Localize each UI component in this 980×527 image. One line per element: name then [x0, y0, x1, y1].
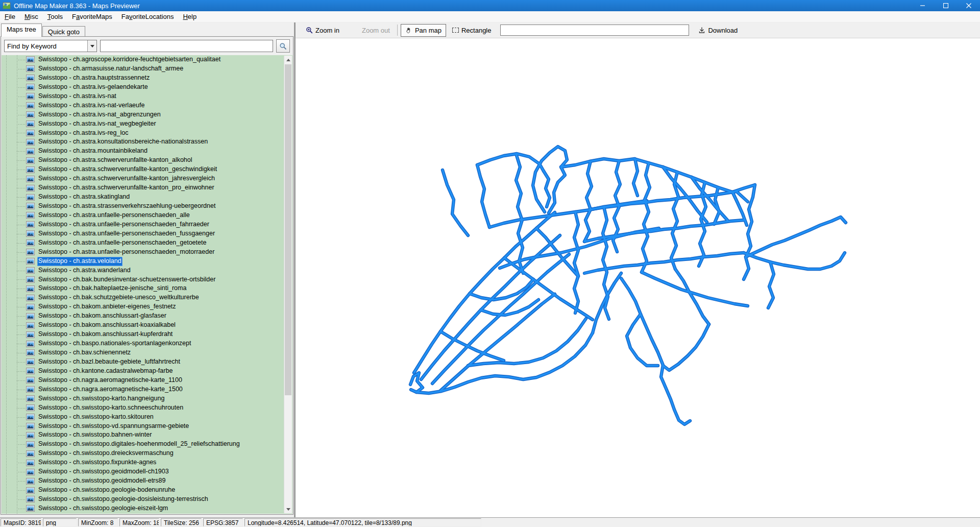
- menu-item[interactable]: Tools: [43, 12, 67, 22]
- cycle-route: [414, 212, 555, 373]
- tree-item[interactable]: Swisstopo - ch.swisstopo-vd.spannungsarm…: [2, 422, 292, 431]
- tree-item[interactable]: Swisstopo - ch.swisstopo-karto.hangneigu…: [2, 394, 292, 403]
- menu-item[interactable]: FavoriteMaps: [67, 12, 117, 22]
- tree-item[interactable]: Swisstopo - ch.swisstopo.bahnen-winter: [2, 430, 292, 440]
- tree-item[interactable]: Swisstopo - ch.astra.hauptstrassennetz: [2, 74, 292, 83]
- route-network-map[interactable]: [296, 38, 980, 517]
- tree-item-label: Swisstopo - ch.bakom.anschlussart-kupfer…: [37, 330, 174, 339]
- close-button[interactable]: [957, 0, 980, 11]
- search-mode-combo[interactable]: Find by Keyword: [4, 40, 97, 52]
- tree-item-label: Swisstopo - ch.swisstopo.geoidmodell-etr…: [37, 476, 166, 486]
- map-layer-icon: [26, 267, 35, 274]
- tree-item[interactable]: Swisstopo - ch.astra.konsultationsbereic…: [2, 137, 292, 147]
- tree-item[interactable]: Swisstopo - ch.astra.ivs-reg_loc: [2, 129, 292, 138]
- tree-item[interactable]: Swisstopo - ch.nagra.aeromagnetische-kar…: [2, 385, 292, 394]
- tab-maps-tree[interactable]: Maps tree: [1, 23, 42, 37]
- tree-item[interactable]: Swisstopo - ch.astra.schwerverunfallte-k…: [2, 183, 292, 193]
- tree-item[interactable]: Swisstopo - ch.astra.ivs-gelaendekarte: [2, 83, 292, 92]
- search-button[interactable]: [276, 39, 290, 53]
- toolbar-separator: [397, 25, 398, 36]
- cycle-route: [663, 324, 709, 370]
- tree-item[interactable]: Swisstopo - ch.bak.halteplaetze-jenische…: [2, 284, 292, 293]
- map-layer-icon: [26, 239, 35, 246]
- tree-item[interactable]: Swisstopo - ch.swisstopo.geoidmodell-ch1…: [2, 467, 292, 476]
- tree-item[interactable]: Swisstopo - ch.astra.unfaelle-personensc…: [2, 229, 292, 238]
- combo-dropdown-button[interactable]: [87, 40, 96, 52]
- tree-item[interactable]: Swisstopo - ch.armasuisse.natur-landscha…: [2, 64, 292, 74]
- tree-item[interactable]: Swisstopo - ch.astra.wanderland: [2, 266, 292, 275]
- menu-item[interactable]: File: [0, 12, 20, 22]
- tree-item[interactable]: Swisstopo - ch.bazl.bebaute-gebiete_luft…: [2, 357, 292, 367]
- tree-rows: Swisstopo - ch.agroscope.korridore-feuch…: [2, 55, 292, 514]
- tree-item[interactable]: Swisstopo - ch.astra.unfaelle-personensc…: [2, 238, 292, 248]
- tree-item-label: Swisstopo - ch.swisstopo-karto.schneesch…: [37, 403, 184, 413]
- zoom-in-button[interactable]: Zoom in: [302, 25, 344, 36]
- map-layer-icon: [26, 102, 35, 109]
- tree-item[interactable]: Swisstopo - ch.astra.unfaelle-personensc…: [2, 211, 292, 220]
- tree-item[interactable]: Swisstopo - ch.swisstopo.geologie-eiszei…: [2, 504, 292, 513]
- tree-item[interactable]: Swisstopo - ch.astra.ivs-nat: [2, 92, 292, 101]
- tree-item[interactable]: Swisstopo - ch.astra.ivs-nat_abgrenzunge…: [2, 110, 292, 119]
- search-input[interactable]: [100, 40, 273, 52]
- maximize-button[interactable]: [934, 0, 957, 11]
- tree-item[interactable]: Swisstopo - ch.bakom.anbieter-eigenes_fe…: [2, 302, 292, 312]
- tree-item[interactable]: Swisstopo - ch.astra.veloland: [2, 257, 292, 266]
- toolbar-input[interactable]: [500, 25, 689, 36]
- caption-buttons: [911, 0, 980, 11]
- tree-item[interactable]: Swisstopo - ch.kantone.cadastralwebmap-f…: [2, 367, 292, 376]
- tree-item[interactable]: Swisstopo - ch.astra.schwerverunfallte-k…: [2, 165, 292, 174]
- rectangle-button[interactable]: Rectangle: [448, 25, 496, 36]
- scroll-down-button[interactable]: [284, 505, 292, 513]
- tree-item[interactable]: Swisstopo - ch.bak.bundesinventar-schuet…: [2, 275, 292, 284]
- tree-item[interactable]: Swisstopo - ch.swisstopo.digitales-hoehe…: [2, 440, 292, 449]
- tree-item[interactable]: Swisstopo - ch.swisstopo-karto.schneesch…: [2, 403, 292, 413]
- tree-item[interactable]: Swisstopo - ch.baspo.nationales-sportanl…: [2, 339, 292, 348]
- tree-item[interactable]: Swisstopo - ch.astra.ivs-nat-verlaeufe: [2, 101, 292, 110]
- tree-item-label: Swisstopo - ch.armasuisse.natur-landscha…: [37, 64, 184, 74]
- map-layer-icon: [26, 130, 35, 136]
- download-label: Download: [708, 27, 738, 34]
- map-canvas[interactable]: [296, 38, 980, 517]
- tree-item[interactable]: Swisstopo - ch.astra.schwerverunfallte-k…: [2, 174, 292, 183]
- tree-item[interactable]: Swisstopo - ch.agroscope.korridore-feuch…: [2, 55, 292, 64]
- map-layer-icon: [26, 212, 35, 219]
- menu-item[interactable]: Misc: [20, 12, 43, 22]
- hand-icon: [405, 27, 412, 34]
- menu-item[interactable]: Help: [178, 12, 201, 22]
- tree-item[interactable]: Swisstopo - ch.bakom.anschlussart-koaxia…: [2, 321, 292, 330]
- tree-scrollbar[interactable]: [284, 56, 292, 513]
- tree-item[interactable]: Swisstopo - ch.astra.strassenverkehrszae…: [2, 202, 292, 211]
- tree-item[interactable]: Swisstopo - ch.bav.schienennetz: [2, 348, 292, 357]
- scroll-up-button[interactable]: [284, 56, 292, 64]
- pan-map-button[interactable]: Pan map: [401, 24, 446, 37]
- map-layer-icon: [26, 285, 35, 292]
- download-button[interactable]: Download: [694, 25, 742, 36]
- scrollbar-thumb[interactable]: [285, 64, 291, 395]
- tree-item[interactable]: Swisstopo - ch.nagra.aeromagnetische-kar…: [2, 376, 292, 385]
- tree-item[interactable]: Swisstopo - ch.swisstopo.fixpunkte-agnes: [2, 458, 292, 467]
- tree-item[interactable]: Swisstopo - ch.swisstopo.geologie-dosisl…: [2, 495, 292, 504]
- tree-item[interactable]: Swisstopo - ch.astra.skatingland: [2, 193, 292, 202]
- tree-item[interactable]: Swisstopo - ch.astra.mountainbikeland: [2, 147, 292, 156]
- tree-item[interactable]: Swisstopo - ch.bak.schutzgebiete-unesco_…: [2, 293, 292, 302]
- tree-item[interactable]: Swisstopo - ch.astra.ivs-nat_wegbegleite…: [2, 119, 292, 129]
- tab-quick-goto[interactable]: Quick goto: [42, 26, 85, 37]
- tree-item[interactable]: Swisstopo - ch.swisstopo.dreiecksvermasc…: [2, 449, 292, 458]
- tree-item[interactable]: Swisstopo - ch.bakom.anschlussart-glasfa…: [2, 312, 292, 321]
- tree-item[interactable]: Swisstopo - ch.bakom.anschlussart-kupfer…: [2, 330, 292, 339]
- tree-item-label: Swisstopo - ch.swisstopo-vd.spannungsarm…: [37, 422, 190, 431]
- chevron-down-icon: [90, 45, 94, 47]
- tree-item[interactable]: Swisstopo - ch.astra.unfaelle-personensc…: [2, 248, 292, 257]
- tree-item-label: Swisstopo - ch.astra.strassenverkehrszae…: [37, 202, 216, 211]
- tree-item-label: Swisstopo - ch.bakom.anschlussart-koaxia…: [37, 321, 177, 330]
- map-layer-icon: [26, 450, 35, 457]
- minimize-button[interactable]: [911, 0, 934, 11]
- tree-item[interactable]: Swisstopo - ch.swisstopo.geoidmodell-etr…: [2, 476, 292, 486]
- tree-item-label: Swisstopo - ch.swisstopo.dreiecksvermasc…: [37, 449, 175, 458]
- tree-item[interactable]: Swisstopo - ch.astra.schwerverunfallte-k…: [2, 156, 292, 165]
- tree-item[interactable]: Swisstopo - ch.astra.unfaelle-personensc…: [2, 220, 292, 229]
- menu-item[interactable]: FavoriteLocations: [117, 12, 179, 22]
- map-layer-icon: [26, 139, 35, 146]
- tree-item[interactable]: Swisstopo - ch.swisstopo.geologie-bodenu…: [2, 486, 292, 495]
- tree-item[interactable]: Swisstopo - ch.swisstopo-karto.skitouren: [2, 413, 292, 422]
